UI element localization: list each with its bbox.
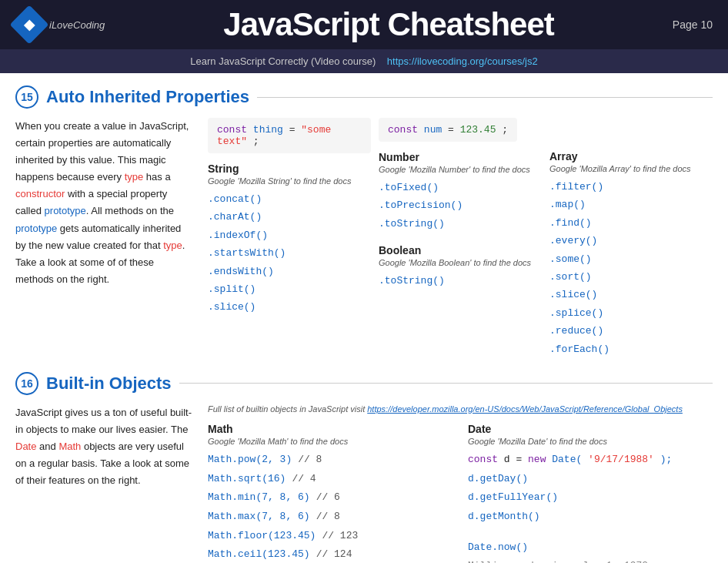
array-sublabel: Google 'Mozilla Array' to find the docs — [549, 164, 713, 173]
boolean-sublabel: Google 'Mozilla Boolean' to find the doc… — [379, 258, 542, 267]
section-16-header: 16 Built-in Objects — [15, 372, 713, 395]
method-toprecision: .toPrecision() — [379, 196, 542, 214]
full-list-note: Full list of builtin objects in JavaScri… — [208, 404, 713, 414]
section-15-body: When you create a value in JavaScript, c… — [15, 118, 713, 358]
math-column: Math Google 'Mozilla Math' to find the d… — [208, 423, 452, 563]
section-16-description: JavaScript gives us a ton of useful buil… — [15, 404, 192, 563]
section-16-divider — [179, 383, 713, 384]
math-sqrt: Math.sqrt(16) // 4 — [208, 470, 452, 489]
method-reduce: .reduce() — [549, 322, 713, 340]
method-every: .every() — [549, 232, 713, 250]
sub-header: Learn JavaScript Correctly (Video course… — [0, 49, 728, 73]
section-15: 15 Auto Inherited Properties When you cr… — [15, 85, 713, 358]
date-now-desc: Milliseconds since Jan 1, 1970 — [468, 557, 713, 563]
date-link[interactable]: Date — [15, 441, 36, 452]
section-15-number: 15 — [15, 85, 38, 109]
string-sublabel: Google 'Mozilla String' to find the docs — [208, 176, 371, 186]
num-var: num — [424, 124, 442, 136]
array-label: Array — [549, 150, 713, 163]
number-label: Number — [379, 151, 542, 163]
string-code-block: const thing = "some text" ; — [208, 118, 371, 153]
equals-2: = — [448, 124, 460, 136]
method-find: .find() — [549, 214, 713, 232]
string-methods: .concat() .charAt() .indexOf() .startsWi… — [208, 190, 371, 317]
method-endswith: .endsWith() — [208, 263, 371, 280]
method-some: .some() — [549, 250, 713, 268]
const-keyword-1: const — [217, 124, 247, 136]
mdn-link[interactable]: https://developer.mozilla.org/en-US/docs… — [367, 404, 683, 414]
number-sublabel: Google 'Mozilla Number' to find the docs — [379, 165, 542, 174]
section-15-description: When you create a value in JavaScript, c… — [15, 118, 192, 358]
number-code-block: const num = 123.45 ; — [379, 118, 517, 142]
equals-1: = — [289, 124, 302, 136]
method-tostring-bool: .toString() — [379, 272, 542, 290]
section-16-number: 16 — [15, 372, 38, 395]
array-column: Array Google 'Mozilla Array' to find the… — [549, 118, 713, 358]
page-title: JavaScript Cheatsheet — [105, 6, 673, 43]
math-date-cols: Math Google 'Mozilla Math' to find the d… — [208, 423, 713, 563]
const-keyword-2: const — [388, 124, 418, 136]
header: ◆ iLoveCoding JavaScript Cheatsheet Page… — [0, 0, 728, 49]
logo-area: ◆ iLoveCoding — [15, 11, 105, 39]
string-label: String — [208, 163, 371, 175]
date-sublabel: Google 'Mozilla Date' to find the docs — [468, 437, 713, 446]
prototype-link-2[interactable]: prototype — [15, 223, 57, 234]
date-now: Date.now() — [468, 538, 713, 558]
method-tofixed: .toFixed() — [379, 179, 542, 196]
method-split: .split() — [208, 280, 371, 298]
section-15-divider — [257, 97, 713, 98]
math-pow: Math.pow(2, 3) // 8 — [208, 451, 452, 470]
section-16-right: Full list of builtin objects in JavaScri… — [208, 404, 713, 563]
boolean-label: Boolean — [379, 244, 542, 256]
page-number: Page 10 — [673, 18, 713, 31]
date-column: Date Google 'Mozilla Date' to find the d… — [468, 423, 713, 563]
method-slice-str: .slice() — [208, 298, 371, 316]
logo-diamond: ◆ — [10, 5, 49, 45]
subheader-text: Learn JavaScript Correctly (Video course… — [190, 55, 376, 67]
math-floor: Math.floor(123.45) // 123 — [208, 527, 452, 546]
string-column: const thing = "some text" ; String Googl… — [208, 118, 379, 358]
date-getfullyear: d.getFullYear() — [468, 488, 713, 508]
method-concat: .concat() — [208, 190, 371, 208]
method-indexof: .indexOf() — [208, 226, 371, 244]
subheader-link[interactable]: https://ilovecoding.org/courses/js2 — [387, 55, 538, 67]
thing-var: thing — [253, 124, 283, 136]
method-sort: .sort() — [549, 268, 713, 286]
logo-text: iLoveCoding — [49, 19, 105, 31]
date-getmonth: d.getMonth() — [468, 508, 713, 527]
math-max: Math.max(7, 8, 6) // 8 — [208, 508, 452, 527]
date-new: const d = new Date( '9/17/1988' ); — [468, 451, 713, 470]
math-min: Math.min(7, 8, 6) // 6 — [208, 488, 452, 508]
section-15-title: Auto Inherited Properties — [46, 87, 249, 107]
number-methods: .toFixed() .toPrecision() .toString() — [379, 179, 542, 233]
math-sublabel: Google 'Mozilla Math' to find the docs — [208, 437, 452, 446]
prototype-link-1[interactable]: prototype — [45, 205, 86, 216]
number-value: 123.45 — [460, 124, 496, 136]
section-16-body: JavaScript gives us a ton of useful buil… — [15, 404, 713, 563]
semi-1: ; — [253, 136, 259, 147]
date-getday: d.getDay() — [468, 470, 713, 489]
section-16: 16 Built-in Objects JavaScript gives us … — [15, 372, 713, 563]
array-methods: .filter() .map() .find() .every() .some(… — [549, 178, 713, 358]
section-16-title: Built-in Objects — [46, 374, 172, 394]
method-slice-arr: .slice() — [549, 286, 713, 303]
type-link-1[interactable]: type — [125, 171, 144, 183]
math-link[interactable]: Math — [58, 441, 81, 452]
number-column: const num = 123.45 ; Number Google 'Mozi… — [379, 118, 549, 358]
type-link-2[interactable]: type — [163, 240, 182, 251]
section-15-code-cols: const thing = "some text" ; String Googl… — [208, 118, 713, 358]
method-filter: .filter() — [549, 178, 713, 196]
date-label: Date — [468, 423, 713, 435]
math-ceil: Math.ceil(123.45) // 124 — [208, 545, 452, 563]
method-map: .map() — [549, 196, 713, 213]
semi-2: ; — [502, 124, 508, 136]
method-splice: .splice() — [549, 304, 713, 322]
constructor-link[interactable]: constructor — [15, 188, 65, 199]
method-tostring-num: .toString() — [379, 215, 542, 233]
method-charat: .charAt() — [208, 208, 371, 226]
math-label: Math — [208, 423, 452, 435]
method-foreach: .forEach() — [549, 340, 713, 358]
main-content: 15 Auto Inherited Properties When you cr… — [0, 73, 728, 563]
boolean-methods: .toString() — [379, 272, 542, 290]
section-15-header: 15 Auto Inherited Properties — [15, 85, 713, 109]
